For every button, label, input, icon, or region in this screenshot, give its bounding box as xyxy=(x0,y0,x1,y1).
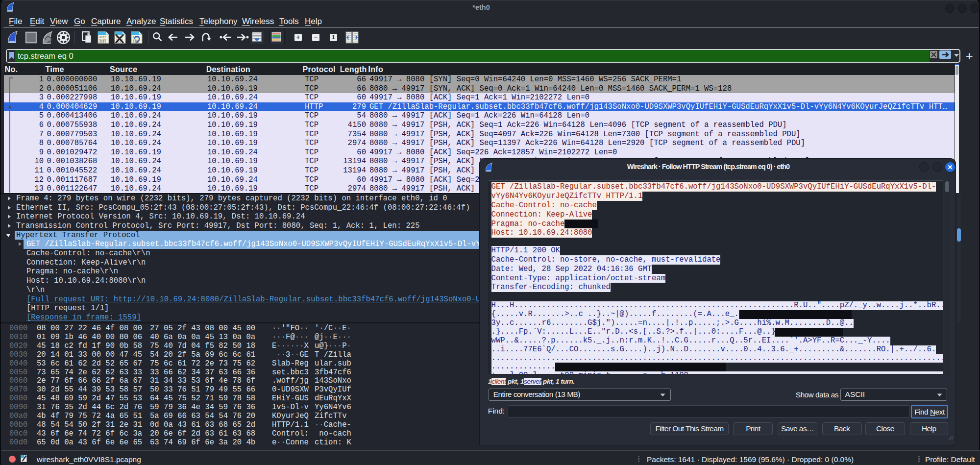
svg-text:0111: 0111 xyxy=(99,41,106,44)
